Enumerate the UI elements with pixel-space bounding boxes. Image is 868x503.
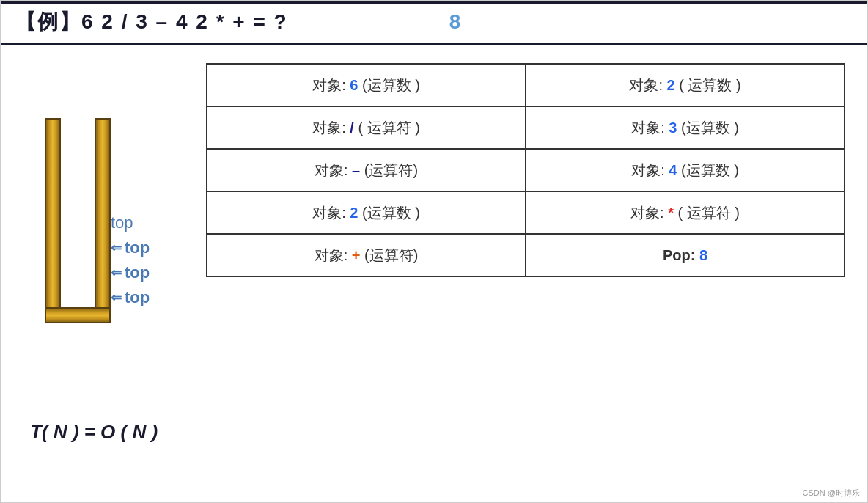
right-suffix-1: ( 运算数 ) <box>675 77 741 93</box>
left-suffix-1: (运算数 ) <box>358 77 419 93</box>
table-row: 对象: 2 (运算数 ) 对象: * ( 运算符 ) <box>207 191 845 234</box>
left-label-4: 对象: <box>312 205 350 221</box>
title-area: 【例】6 2 / 3 – 4 2 * + = ? 8 <box>15 8 853 36</box>
right-value-1: 2 <box>667 77 675 93</box>
table-cell-left-3: 对象: – (运算符) <box>207 149 526 191</box>
top-indicator-4: ⇐ top <box>111 288 199 307</box>
complexity-formula: T( N ) = O ( N ) <box>30 421 158 444</box>
top-indicator-3: ⇐ top <box>111 263 199 282</box>
right-suffix-3: (运算数 ) <box>677 162 738 178</box>
left-label-1: 对象: <box>312 77 350 93</box>
stack-left-wall <box>45 118 61 323</box>
left-label-2: 对象: <box>312 120 350 136</box>
watermark-text: CSDN @时博乐 <box>803 488 860 497</box>
table-row: 对象: / ( 运算符 ) 对象: 3 (运算数 ) <box>207 106 845 149</box>
stack-container: top ⇐ top ⇐ top ⇐ top <box>15 81 162 345</box>
complexity-text: T( N ) = O ( N ) <box>30 421 158 443</box>
table-cell-left-4: 对象: 2 (运算数 ) <box>207 191 526 234</box>
watermark: CSDN @时博乐 <box>803 488 860 499</box>
left-value-3: – <box>352 162 360 178</box>
right-value-2: 3 <box>669 120 677 136</box>
table-row: 对象: – (运算符) 对象: 4 (运算数 ) <box>207 149 845 191</box>
divider-line <box>1 43 867 45</box>
top-label-4: top <box>125 288 150 307</box>
stack-right-wall <box>95 118 111 323</box>
table-cell-left-5: 对象: + (运算符) <box>207 234 526 276</box>
table-row: 对象: + (运算符) Pop: 8 <box>207 234 845 276</box>
slide: 【例】6 2 / 3 – 4 2 * + = ? 8 top ⇐ top ⇐ t… <box>0 0 868 503</box>
stack-bottom <box>45 307 111 323</box>
table-cell-right-3: 对象: 4 (运算数 ) <box>526 149 845 191</box>
arrow-icon-4: ⇐ <box>111 290 122 306</box>
left-value-5: + <box>352 247 361 263</box>
table-cell-right-5: Pop: 8 <box>526 234 845 276</box>
slide-title: 【例】6 2 / 3 – 4 2 * + = ? <box>15 8 288 36</box>
left-value-1: 6 <box>350 77 358 93</box>
left-suffix-5: (运算符) <box>360 247 418 263</box>
arrow-icon-2: ⇐ <box>111 240 122 256</box>
left-label-3: 对象: <box>315 162 352 178</box>
left-label-5: 对象: <box>315 247 352 263</box>
right-suffix-2: (运算数 ) <box>677 120 738 136</box>
right-label-2: 对象: <box>631 120 669 136</box>
right-label-5: Pop: <box>663 247 699 263</box>
top-label-2: top <box>125 238 150 257</box>
right-label-3: 对象: <box>631 162 669 178</box>
top-bar <box>1 1 867 4</box>
top-indicator-1: top <box>111 213 199 232</box>
table-cell-left-1: 对象: 6 (运算数 ) <box>207 64 526 106</box>
left-value-4: 2 <box>350 205 358 221</box>
left-suffix-4: (运算数 ) <box>358 205 419 221</box>
table-cell-right-1: 对象: 2 ( 运算数 ) <box>526 64 845 106</box>
right-suffix-4: ( 运算符 ) <box>674 205 740 221</box>
step-table: 对象: 6 (运算数 ) 对象: 2 ( 运算数 ) 对象: / ( 运算符 )… <box>206 63 845 277</box>
top-indicators: top ⇐ top ⇐ top ⇐ top <box>111 125 199 313</box>
top-label-3: top <box>125 263 150 282</box>
right-value-3: 4 <box>669 162 677 178</box>
top-label-1: top <box>111 213 133 232</box>
table-row: 对象: 6 (运算数 ) 对象: 2 ( 运算数 ) <box>207 64 845 106</box>
stack-box <box>45 118 111 323</box>
right-label-1: 对象: <box>629 77 666 93</box>
top-indicator-2: ⇐ top <box>111 238 199 257</box>
left-suffix-2: ( 运算符 ) <box>354 120 420 136</box>
table-area: 对象: 6 (运算数 ) 对象: 2 ( 运算数 ) 对象: / ( 运算符 )… <box>206 63 845 277</box>
table-cell-right-2: 对象: 3 (运算数 ) <box>526 106 845 149</box>
right-value-4: * <box>668 205 674 221</box>
table-cell-right-4: 对象: * ( 运算符 ) <box>526 191 845 234</box>
arrow-icon-3: ⇐ <box>111 265 122 281</box>
right-value-5: 8 <box>699 247 707 263</box>
right-label-4: 对象: <box>630 205 668 221</box>
left-suffix-3: (运算符) <box>360 162 418 178</box>
page-number: 8 <box>449 10 461 34</box>
table-cell-left-2: 对象: / ( 运算符 ) <box>207 106 526 149</box>
